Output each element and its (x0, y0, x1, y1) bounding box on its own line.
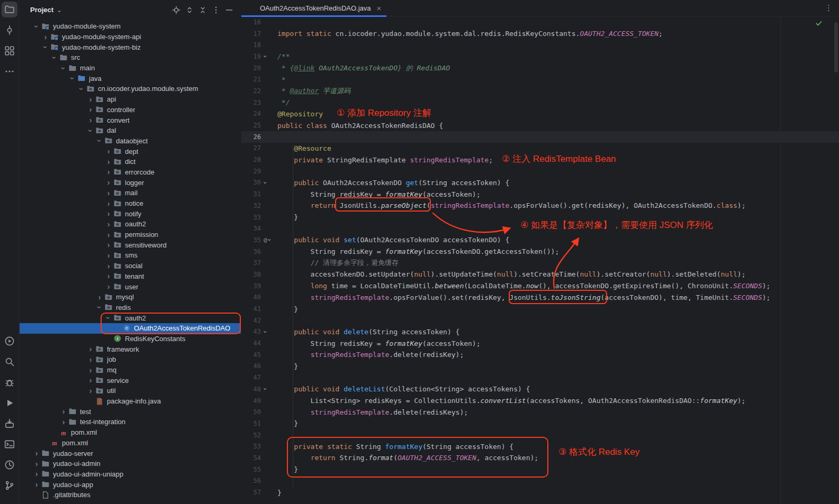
line-number[interactable]: 28 (241, 156, 264, 163)
code-line[interactable]: 35@› public void set(OAuth2AccessTokenDO… (241, 234, 839, 246)
line-number[interactable]: 33 (241, 214, 264, 221)
chevron-collapsed-icon[interactable]: › (104, 231, 113, 239)
line-number[interactable]: 52 (241, 432, 264, 439)
code-line[interactable]: 43› public void delete(String accessToke… (241, 326, 839, 338)
editor-options-icon[interactable]: ⋮ (818, 3, 839, 13)
chevron-collapsed-icon[interactable]: › (32, 450, 41, 457)
tree-item[interactable]: ›dal (20, 125, 241, 136)
build-icon[interactable] (2, 416, 17, 432)
hide-icon[interactable] (225, 6, 233, 14)
chevron-collapsed-icon[interactable]: › (104, 148, 113, 155)
tree-item[interactable]: package-info.java (20, 396, 241, 407)
chevron-collapsed-icon[interactable]: › (104, 252, 113, 259)
version-control-icon[interactable] (2, 478, 17, 493)
chevron-collapsed-icon[interactable]: › (86, 345, 95, 353)
chevron-collapsed-icon[interactable]: › (86, 387, 95, 395)
code-line[interactable]: 20 * {@link OAuth2AccessTokenDO} 的 Redis… (241, 62, 839, 74)
close-icon[interactable]: × (377, 4, 382, 13)
code-line[interactable]: 55 } (241, 464, 839, 475)
code-line[interactable]: 50 stringRedisTemplate.delete(redisKeys)… (241, 406, 839, 418)
line-number[interactable]: 34 (241, 225, 264, 232)
code-line[interactable]: 34 (241, 223, 839, 234)
line-number[interactable]: 23 (241, 99, 264, 106)
expand-all-icon[interactable] (185, 6, 194, 14)
line-number[interactable]: 18 (241, 41, 264, 49)
tree-item[interactable]: ›oauth2 (20, 313, 241, 323)
code-line[interactable]: 26 (241, 131, 839, 143)
line-number[interactable]: 22 (241, 87, 264, 95)
editor-tab[interactable]: OAuth2AccessTokenRedisDAO.java × (241, 0, 386, 16)
tree-item[interactable]: ›controller (20, 105, 241, 115)
problems-icon[interactable] (2, 374, 17, 390)
code-line[interactable]: 22 * @author 芋道源码 (241, 85, 839, 97)
tree-item[interactable]: ›social (20, 261, 241, 271)
tree-item[interactable]: ›yudao-module-system (20, 21, 241, 32)
tree-item[interactable]: mpom.xml (20, 438, 241, 448)
code-line[interactable]: 38 accessTokenDO.setUpdater(null).setUpd… (241, 269, 839, 280)
code-line[interactable]: 44 String redisKey = formatKey(accessTok… (241, 337, 839, 349)
tree-item[interactable]: ›java (20, 73, 241, 84)
tree-item[interactable]: ›yudao-module-system-api (20, 32, 241, 42)
chevron-collapsed-icon[interactable]: › (104, 262, 113, 270)
chevron-collapsed-icon[interactable]: › (104, 189, 113, 197)
chevron-expanded-icon[interactable]: › (96, 303, 103, 311)
line-number[interactable]: 37 (241, 259, 264, 267)
chevron-collapsed-icon[interactable]: › (104, 272, 113, 280)
tree-item[interactable]: ›src (20, 52, 241, 63)
line-number[interactable]: 32 (241, 202, 264, 209)
tree-item[interactable]: ›util (20, 386, 241, 396)
chevron-collapsed-icon[interactable]: › (104, 168, 113, 176)
chevron-collapsed-icon[interactable]: › (104, 210, 113, 217)
chevron-expanded-icon[interactable]: › (51, 53, 58, 62)
line-number[interactable]: 55 (241, 466, 264, 473)
line-number[interactable]: 20 (241, 65, 264, 72)
line-number[interactable]: 16 (241, 19, 264, 26)
tree-item[interactable]: ›yudao-module-system-biz (20, 42, 241, 52)
more-icon[interactable] (2, 63, 17, 79)
more-icon[interactable] (212, 6, 220, 14)
line-number[interactable]: 45 (241, 351, 264, 359)
line-number[interactable]: 36 (241, 248, 264, 255)
chevron-expanded-icon[interactable]: › (42, 43, 49, 51)
tree-item[interactable]: ›tenant (20, 271, 241, 282)
tree-item[interactable]: ›logger (20, 177, 241, 188)
code-line[interactable]: 25public class OAuth2AccessTokenRedisDAO… (241, 120, 839, 131)
line-number[interactable]: 50 (241, 408, 264, 416)
code-line[interactable]: 28 private StringRedisTemplate stringRed… (241, 154, 839, 166)
terminal-icon[interactable] (2, 436, 17, 452)
code-line[interactable]: 23 */ (241, 97, 839, 108)
line-number[interactable]: 53 (241, 443, 264, 450)
chevron-expanded-icon[interactable]: › (69, 74, 76, 83)
code-line[interactable]: 31 String redisKey = formatKey(accessTok… (241, 188, 839, 200)
code-line[interactable]: 33 } (241, 212, 839, 223)
code-line[interactable]: 51 } (241, 418, 839, 429)
code-line[interactable]: 32 return JsonUtils.parseObject(stringRe… (241, 200, 839, 212)
project-icon[interactable] (2, 2, 17, 17)
tree-item[interactable]: ›convert (20, 115, 241, 125)
chevron-collapsed-icon[interactable]: › (104, 221, 113, 228)
line-number[interactable]: 24 (241, 110, 264, 117)
chevron-collapsed-icon[interactable]: › (104, 283, 113, 290)
chevron-collapsed-icon[interactable]: › (59, 408, 68, 415)
line-number[interactable]: 51 (241, 420, 264, 427)
chevron-collapsed-icon[interactable]: › (86, 106, 95, 113)
tree-item[interactable]: ›test-integration (20, 417, 241, 427)
tree-item[interactable]: mpom.xml (20, 427, 241, 438)
tree-item[interactable]: ›cn.iocoder.yudao.module.system (20, 84, 241, 94)
code-line[interactable]: 45 stringRedisTemplate.delete(redisKey); (241, 349, 839, 361)
project-panel-title[interactable]: Project (30, 6, 53, 14)
line-number[interactable]: 27 (241, 144, 264, 152)
tree-item[interactable]: ›oauth2 (20, 219, 241, 230)
tree-item[interactable]: ›yudao-server (20, 448, 241, 459)
tree-item[interactable]: ›yudao-ui-app (20, 479, 241, 490)
search-icon[interactable] (2, 354, 17, 370)
chevron-down-icon[interactable]: ⌄ (57, 6, 62, 14)
tree-item[interactable]: COAuth2AccessTokenRedisDAO (20, 323, 241, 334)
code-line[interactable]: 17import static cn.iocoder.yudao.module.… (241, 28, 839, 40)
tree-item[interactable]: ›service (20, 375, 241, 386)
chevron-collapsed-icon[interactable]: › (95, 294, 104, 301)
line-number[interactable]: 30 (241, 179, 264, 186)
code-line[interactable]: 46 } (241, 361, 839, 372)
chevron-collapsed-icon[interactable]: › (86, 116, 95, 124)
code-line[interactable]: 36 String redisKey = formatKey(accessTok… (241, 246, 839, 258)
